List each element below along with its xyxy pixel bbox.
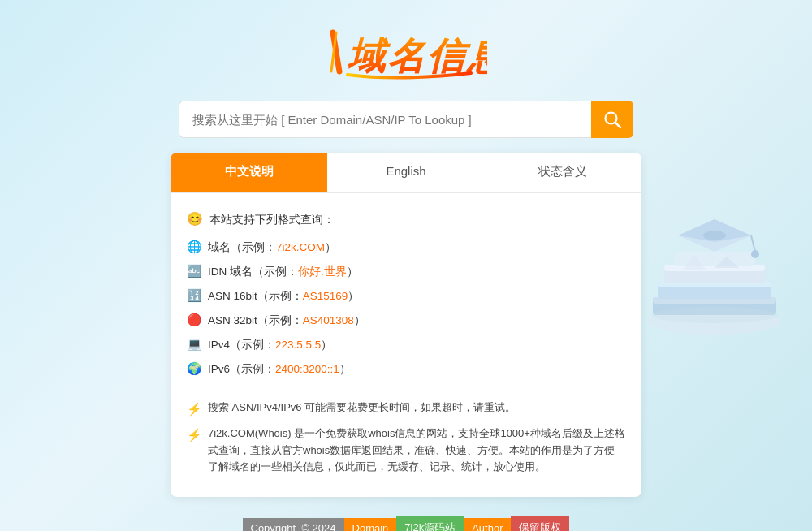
svg-rect-8 <box>664 265 765 283</box>
search-icon <box>603 110 621 128</box>
idn-example-link[interactable]: 你好.世界 <box>298 266 347 278</box>
svg-rect-4 <box>653 297 776 315</box>
ipv6-icon: 🌍 <box>187 358 205 379</box>
search-bar <box>179 101 633 138</box>
notices-section: ⚡ 搜索 ASN/IPv4/IPv6 可能需要花费更长时间，如果超时，请重试。 … <box>187 391 625 476</box>
tab-english[interactable]: English <box>327 153 484 192</box>
notice-1: ⚡ 搜索 ASN/IPv4/IPv6 可能需要花费更长时间，如果超时，请重试。 <box>187 399 625 419</box>
domain-example-link[interactable]: 7i2k.COM <box>276 241 325 253</box>
svg-line-14 <box>751 235 755 252</box>
asn32-icon: 🔴 <box>187 309 205 330</box>
footer-copyright-label: Copyright © 2024 <box>243 518 344 531</box>
list-item: 🔴 ASN 32bit（示例：AS401308） <box>187 309 625 330</box>
svg-rect-9 <box>664 265 765 271</box>
logo-area: 域名信息 <box>325 24 487 84</box>
footer-domain-label: Domain <box>344 518 397 531</box>
globe-icon: 🌐 <box>187 236 205 257</box>
svg-point-13 <box>703 231 726 240</box>
search-button[interactable] <box>591 101 633 138</box>
svg-marker-11 <box>678 219 751 252</box>
svg-point-3 <box>648 309 781 335</box>
svg-rect-6 <box>658 281 771 299</box>
list-item: 💻 IPv4（示例：223.5.5.5） <box>187 334 625 355</box>
svg-marker-17 <box>715 257 739 268</box>
ipv6-example-link[interactable]: 2400:3200::1 <box>275 363 339 375</box>
footer: Copyright © 2024 Domain 7i2k源码站 Author 保… <box>243 516 570 531</box>
tab-bar: 中文说明 English 状态含义 <box>171 153 641 193</box>
list-item: 🔤 IDN 域名（示例：你好.世界） <box>187 261 625 282</box>
footer-author-label: Author <box>464 518 511 531</box>
svg-marker-12 <box>678 219 751 242</box>
asn16-icon: 🔢 <box>187 285 205 306</box>
main-area: 中文说明 English 状态含义 😊 本站支持下列格式查询： 🌐 域名（示例：… <box>171 153 641 497</box>
svg-line-2 <box>615 123 620 127</box>
asn32-example-link[interactable]: AS401308 <box>303 314 354 326</box>
list-item: 🌍 IPv6（示例：2400:3200::1） <box>187 358 625 379</box>
notice-2: ⚡ 7i2k.COM(Whois) 是一个免费获取whois信息的网站，支持全球… <box>187 425 625 476</box>
lightning-icon-2: ⚡ <box>187 425 205 445</box>
svg-marker-16 <box>682 255 706 270</box>
svg-point-18 <box>651 307 778 323</box>
lightning-icon-1: ⚡ <box>187 399 205 419</box>
tab-chinese[interactable]: 中文说明 <box>171 153 327 192</box>
svg-point-15 <box>751 250 759 258</box>
asn16-example-link[interactable]: AS15169 <box>303 290 348 302</box>
search-input[interactable] <box>179 101 591 138</box>
footer-author-value: 保留版权 <box>511 516 569 531</box>
logo-svg: 域名信息 <box>325 24 487 81</box>
footer-domain-value[interactable]: 7i2k源码站 <box>396 516 464 531</box>
svg-text:域名信息: 域名信息 <box>348 35 487 77</box>
svg-rect-7 <box>658 281 771 287</box>
idn-icon: 🔤 <box>187 261 205 282</box>
tab-status[interactable]: 状态含义 <box>485 153 641 192</box>
content-panel: 中文说明 English 状态含义 😊 本站支持下列格式查询： 🌐 域名（示例：… <box>171 153 641 497</box>
ipv4-example-link[interactable]: 223.5.5.5 <box>275 339 321 351</box>
tab-content: 😊 本站支持下列格式查询： 🌐 域名（示例：7i2k.COM） 🔤 IDN 域名… <box>171 193 641 497</box>
illustration <box>625 177 812 364</box>
svg-rect-10 <box>674 252 755 266</box>
ipv4-icon: 💻 <box>187 334 205 355</box>
svg-rect-5 <box>653 297 776 304</box>
list-item: 🔢 ASN 16bit（示例：AS15169） <box>187 285 625 306</box>
intro-title: 😊 本站支持下列格式查询： <box>187 208 625 230</box>
list-item: 🌐 域名（示例：7i2k.COM） <box>187 236 625 257</box>
